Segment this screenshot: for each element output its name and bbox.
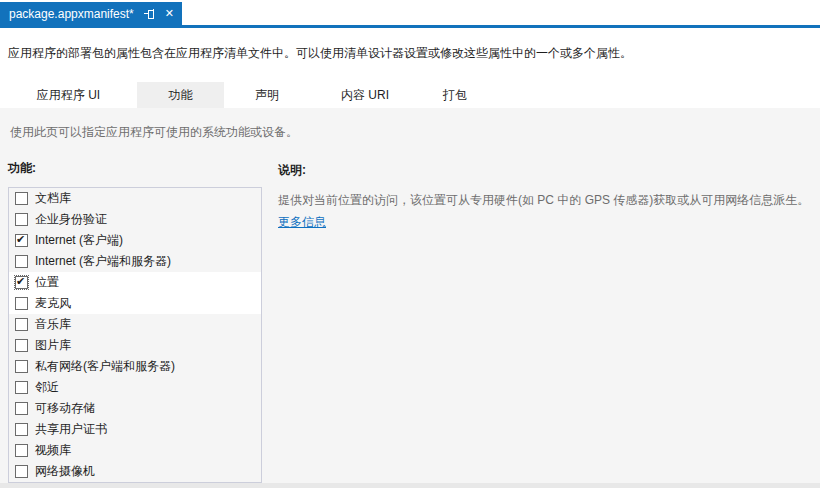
nav-tab-label: 打包 [443,87,467,104]
capability-label: 邻近 [35,379,59,396]
capability-checkbox[interactable] [15,360,28,373]
capability-label: 文档库 [35,190,71,207]
close-icon[interactable]: ✕ [165,8,174,19]
capability-checkbox[interactable] [15,339,28,352]
pin-icon[interactable] [144,8,156,20]
capability-checkbox[interactable] [15,276,28,289]
capability-checkbox[interactable] [15,381,28,394]
capability-checkbox[interactable] [15,402,28,415]
capability-row[interactable]: 视频库 [9,440,261,461]
capability-row[interactable]: Internet (客户端和服务器) [9,251,261,272]
capability-label: 共享用户证书 [35,421,107,438]
nav-tab-0[interactable]: 应用程序 UI [0,82,137,108]
capability-row[interactable]: Internet (客户端) [9,230,261,251]
capabilities-label: 功能: [8,160,36,177]
nav-tab-4[interactable]: 打包 [420,82,490,108]
content-area: 使用此页可以指定应用程序可使用的系统功能或设备。 功能: 文档库 企业身份验证 … [0,108,820,488]
capability-row[interactable]: 位置 [9,272,261,293]
capability-checkbox[interactable] [15,255,28,268]
capability-row[interactable]: 共享用户证书 [9,419,261,440]
capability-label: 图片库 [35,337,71,354]
capability-label: Internet (客户端) [35,232,123,249]
nav-tab-1[interactable]: 功能 [137,82,224,108]
description-text: 提供对当前位置的访问，该位置可从专用硬件(如 PC 中的 GPS 传感器)获取或… [278,192,816,209]
capability-label: 企业身份验证 [35,211,107,228]
horizontal-scrollbar[interactable] [0,483,820,488]
more-info-link[interactable]: 更多信息 [278,214,326,231]
nav-tab-label: 声明 [255,87,279,104]
capability-row[interactable]: 企业身份验证 [9,209,261,230]
capability-row[interactable]: 文档库 [9,188,261,209]
nav-tab-3[interactable]: 内容 URI [310,82,420,108]
capability-checkbox[interactable] [15,444,28,457]
capability-checkbox[interactable] [15,213,28,226]
capability-label: 网络摄像机 [35,463,95,480]
document-tab-title: package.appxmanifest* [9,7,134,21]
description-label: 说明: [278,162,306,179]
capability-label: 位置 [35,274,59,291]
capability-label: 音乐库 [35,316,71,333]
capability-row[interactable]: 私有网络(客户端和服务器) [9,356,261,377]
capability-row[interactable]: 邻近 [9,377,261,398]
nav-tab-label: 内容 URI [341,87,389,104]
intro-text: 应用程序的部署包的属性包含在应用程序清单文件中。可以使用清单设计器设置或修改这些… [8,45,808,62]
nav-tab-label: 应用程序 UI [37,87,100,104]
capability-row[interactable]: 麦克风 [9,293,261,314]
capability-checkbox[interactable] [15,234,28,247]
capability-checkbox[interactable] [15,318,28,331]
capability-label: 私有网络(客户端和服务器) [35,358,175,375]
capability-row[interactable]: 音乐库 [9,314,261,335]
capabilities-list: 文档库 企业身份验证 Internet (客户端) Internet (客户端和… [8,187,262,483]
nav-tabs: 应用程序 UI 功能 声明 内容 URI 打包 [0,82,820,108]
capability-label: 麦克风 [35,295,71,312]
capability-label: Internet (客户端和服务器) [35,253,171,270]
capability-row[interactable]: 图片库 [9,335,261,356]
document-tab-underline [0,25,820,28]
capability-row[interactable]: 网络摄像机 [9,461,261,482]
page-hint: 使用此页可以指定应用程序可使用的系统功能或设备。 [10,124,298,141]
nav-tab-label: 功能 [169,87,193,104]
capability-checkbox[interactable] [15,192,28,205]
capability-checkbox[interactable] [15,465,28,478]
capability-label: 可移动存储 [35,400,95,417]
document-tab[interactable]: package.appxmanifest* ✕ [0,2,182,25]
capability-checkbox[interactable] [15,423,28,436]
manifest-designer: package.appxmanifest* ✕ 应用程序的部署包的属性包含在应用… [0,0,820,488]
capability-row[interactable]: 可移动存储 [9,398,261,419]
capability-label: 视频库 [35,442,71,459]
nav-tab-2[interactable]: 声明 [224,82,310,108]
capability-checkbox[interactable] [15,297,28,310]
